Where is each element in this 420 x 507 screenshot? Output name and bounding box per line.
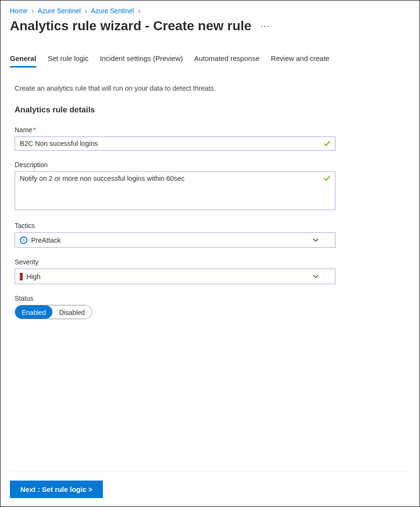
check-icon	[323, 175, 331, 182]
name-input[interactable]	[15, 136, 336, 151]
next-button[interactable]: Next : Set rule logic >	[10, 481, 103, 498]
tab-incident-settings[interactable]: Incident settings (Preview)	[100, 52, 183, 68]
severity-label: Severity	[15, 258, 336, 266]
field-description: Description	[15, 161, 336, 211]
page-title: Analytics rule wizard - Create new rule …	[10, 18, 410, 34]
breadcrumb-link-sentinel-2[interactable]: Azure Sentinel	[91, 7, 134, 15]
severity-color-icon	[20, 273, 23, 280]
chevron-right-icon: ›	[32, 7, 34, 15]
tactics-select[interactable]: PreAttack	[15, 232, 336, 248]
required-icon: *	[33, 126, 35, 134]
chevron-right-icon: ›	[85, 7, 87, 15]
tab-bar: General Set rule logic Incident settings…	[10, 52, 410, 68]
tab-automated-response[interactable]: Automated response	[194, 52, 260, 68]
field-tactics: Tactics PreAttack	[15, 222, 336, 248]
field-status: Status Enabled Disabled	[15, 295, 336, 319]
chevron-down-icon	[312, 237, 319, 244]
tactic-icon	[20, 237, 27, 244]
name-label: Name*	[15, 126, 336, 134]
chevron-right-icon: ›	[138, 7, 141, 15]
wizard-footer: Next : Set rule logic >	[10, 472, 410, 498]
tactics-label: Tactics	[15, 222, 336, 229]
intro-text: Create an analytics rule that will run o…	[15, 84, 410, 92]
tactics-value: PreAttack	[31, 237, 61, 244]
form-content: Create an analytics rule that will run o…	[10, 68, 410, 330]
page-title-text: Analytics rule wizard - Create new rule	[10, 18, 252, 34]
status-toggle[interactable]: Enabled Disabled	[15, 305, 92, 319]
chevron-down-icon	[312, 273, 319, 280]
breadcrumb: Home › Azure Sentinel › Azure Sentinel ›	[10, 7, 410, 15]
description-label: Description	[15, 161, 336, 169]
field-severity: Severity High	[15, 258, 336, 284]
tab-review-create[interactable]: Review and create	[271, 52, 329, 68]
more-icon[interactable]: ⋯	[260, 20, 270, 32]
description-input[interactable]	[15, 171, 336, 210]
section-title: Analytics rule details	[15, 105, 410, 115]
tab-general[interactable]: General	[10, 52, 36, 68]
breadcrumb-link-sentinel-1[interactable]: Azure Sentinel	[38, 7, 81, 15]
status-disabled[interactable]: Disabled	[52, 305, 91, 319]
check-icon	[323, 140, 331, 147]
tab-set-rule-logic[interactable]: Set rule logic	[48, 52, 89, 68]
severity-select[interactable]: High	[15, 269, 336, 284]
status-enabled[interactable]: Enabled	[15, 305, 52, 319]
breadcrumb-link-home[interactable]: Home	[10, 7, 27, 15]
status-label: Status	[15, 295, 336, 302]
field-name: Name*	[15, 126, 336, 151]
severity-value: High	[26, 273, 41, 280]
